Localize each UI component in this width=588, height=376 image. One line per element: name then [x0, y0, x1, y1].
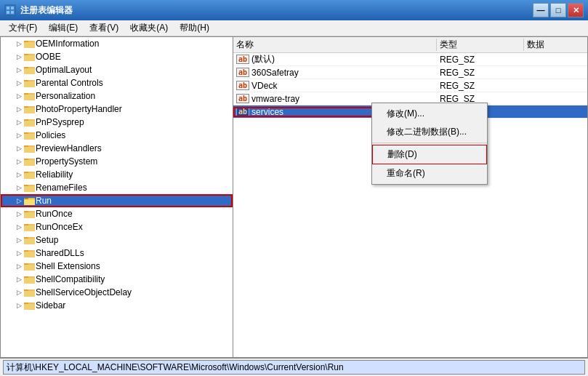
- tree-item-propertysystem[interactable]: ▷ PropertySystem: [1, 155, 233, 168]
- menu-help[interactable]: 帮助(H): [174, 20, 215, 36]
- expand-icon: ▷: [14, 287, 24, 297]
- cell-name: ab 360Safetray: [233, 68, 437, 78]
- reg-type-icon: ab: [236, 81, 249, 90]
- menu-edit[interactable]: 编辑(E): [43, 20, 84, 36]
- svg-rect-19: [24, 95, 35, 100]
- tree-item-setup[interactable]: ▷ Setup: [1, 233, 233, 247]
- svg-rect-13: [24, 68, 35, 74]
- tree-label: Sidebar: [36, 300, 65, 311]
- expand-icon: ▷: [14, 156, 24, 167]
- status-path: 计算机\HKEY_LOCAL_MACHINE\SOFTWARE\Microsof…: [3, 360, 585, 375]
- table-row[interactable]: ab VDeck REG_SZ: [233, 79, 587, 92]
- tree-item-parental[interactable]: ▷ Parental Controls: [1, 76, 233, 89]
- title-bar: 注册表编辑器 — □ ✕: [0, 0, 588, 20]
- svg-rect-52: [24, 239, 35, 244]
- svg-rect-61: [24, 278, 35, 284]
- tree-label: Personalization: [36, 91, 95, 101]
- tree-label: Reliability: [36, 169, 73, 180]
- col-header-data: 数据: [524, 39, 587, 51]
- tree-item-photoproperty[interactable]: ▷ PhotoPropertyHandler: [1, 103, 233, 116]
- expand-icon: ▷: [14, 235, 24, 245]
- expand-icon: ▷: [14, 183, 24, 193]
- tree-label: OOBE: [36, 52, 61, 62]
- tree-item-sidebar[interactable]: ▷ Sidebar: [1, 299, 233, 312]
- ctx-delete[interactable]: 删除(D): [372, 145, 487, 164]
- folder-icon: [24, 52, 36, 62]
- ctx-divider: [372, 143, 487, 143]
- window-controls: — □ ✕: [533, 3, 584, 17]
- ctx-modify-binary[interactable]: 修改二进制数据(B)...: [372, 123, 487, 141]
- minimize-button[interactable]: —: [533, 3, 549, 17]
- expand-icon: ▷: [14, 104, 24, 114]
- expand-icon: ▷: [14, 143, 24, 153]
- folder-icon: [24, 156, 36, 167]
- folder-icon: [24, 117, 36, 127]
- table-row[interactable]: ab 360Safetray REG_SZ: [233, 66, 587, 79]
- tree-label: OEMInformation: [36, 39, 99, 49]
- expand-icon: ▷: [14, 39, 24, 49]
- folder-icon: [24, 169, 36, 180]
- tree-item-shellextensions[interactable]: ▷ Shell Extensions: [1, 260, 233, 273]
- folder-icon: [24, 235, 36, 245]
- tree-item-previewhandlers[interactable]: ▷ PreviewHandlers: [1, 142, 233, 155]
- close-button[interactable]: ✕: [568, 3, 584, 17]
- svg-rect-43: [24, 199, 35, 205]
- folder-icon: [24, 91, 36, 101]
- reg-type-icon: ab: [236, 94, 249, 103]
- cell-type: REG_SZ: [437, 55, 524, 65]
- tree-item-optimallayout[interactable]: ▷ OptimalLayout: [1, 63, 233, 76]
- window-title: 注册表编辑器: [20, 4, 533, 17]
- menu-file[interactable]: 文件(F): [3, 20, 43, 36]
- tree-item-reliability[interactable]: ▷ Reliability: [1, 168, 233, 181]
- tree-label: SharedDLLs: [36, 248, 84, 258]
- svg-rect-1: [7, 7, 9, 9]
- svg-rect-49: [24, 225, 35, 231]
- ctx-rename[interactable]: 重命名(R): [372, 164, 487, 183]
- tree-label: Policies: [36, 130, 65, 140]
- folder-icon: [24, 196, 36, 206]
- tree-label: ShellCompatibility: [36, 274, 105, 284]
- cell-name: ab VDeck: [233, 81, 437, 91]
- maximize-button[interactable]: □: [550, 3, 566, 17]
- expand-icon: ▷: [14, 222, 24, 232]
- svg-rect-22: [24, 108, 35, 113]
- tree-item-policies[interactable]: ▷ Policies: [1, 129, 233, 142]
- main-content: ▷ OEMInformation ▷ OOBE ▷ OptimalLayout …: [0, 36, 588, 358]
- folder-icon: [24, 104, 36, 114]
- svg-rect-64: [24, 291, 35, 297]
- right-panel: 名称 类型 数据 ab (默认) REG_SZ ab 360Safetray R…: [233, 37, 587, 357]
- expand-icon: ▷: [14, 52, 24, 62]
- svg-rect-37: [24, 173, 35, 179]
- ctx-modify[interactable]: 修改(M)...: [372, 105, 487, 123]
- tree-item-runoncex[interactable]: ▷ RunOnceEx: [1, 220, 233, 233]
- tree-label: PropertySystem: [36, 156, 97, 167]
- tree-item-personalization[interactable]: ▷ Personalization: [1, 89, 233, 103]
- folder-icon: [24, 143, 36, 153]
- svg-rect-2: [11, 7, 14, 9]
- svg-rect-31: [24, 147, 35, 153]
- expand-icon: ▷: [14, 274, 24, 284]
- tree-label: RenameFiles: [36, 183, 87, 193]
- expand-icon: ▷: [14, 300, 24, 311]
- folder-icon: [24, 261, 36, 271]
- svg-rect-46: [24, 212, 35, 218]
- tree-item-shellcompat[interactable]: ▷ ShellCompatibility: [1, 273, 233, 286]
- tree-item-renamefiles[interactable]: ▷ RenameFiles: [1, 181, 233, 194]
- cell-type: REG_SZ: [437, 68, 524, 78]
- tree-item-run[interactable]: ▷ Run: [1, 194, 233, 207]
- tree-label: OptimalLayout: [36, 65, 92, 75]
- tree-item-shellserviceobj[interactable]: ▷ ShellServiceObjectDelay: [1, 286, 233, 299]
- folder-icon: [24, 39, 36, 49]
- tree-item-oobe[interactable]: ▷ OOBE: [1, 50, 233, 63]
- reg-type-icon: ab: [236, 55, 249, 64]
- tree-item-oeminfo[interactable]: ▷ OEMInformation: [1, 37, 233, 50]
- expand-icon: ▷: [14, 65, 24, 75]
- tree-item-runonce[interactable]: ▷ RunOnce: [1, 207, 233, 220]
- tree-panel[interactable]: ▷ OEMInformation ▷ OOBE ▷ OptimalLayout …: [1, 37, 233, 357]
- folder-icon: [24, 78, 36, 88]
- table-row[interactable]: ab (默认) REG_SZ: [233, 53, 587, 66]
- tree-item-pnpsysprep[interactable]: ▷ PnPSysprep: [1, 116, 233, 129]
- tree-item-shareddlls[interactable]: ▷ SharedDLLs: [1, 247, 233, 260]
- menu-view[interactable]: 查看(V): [84, 20, 124, 36]
- menu-favorites[interactable]: 收藏夹(A): [124, 20, 174, 36]
